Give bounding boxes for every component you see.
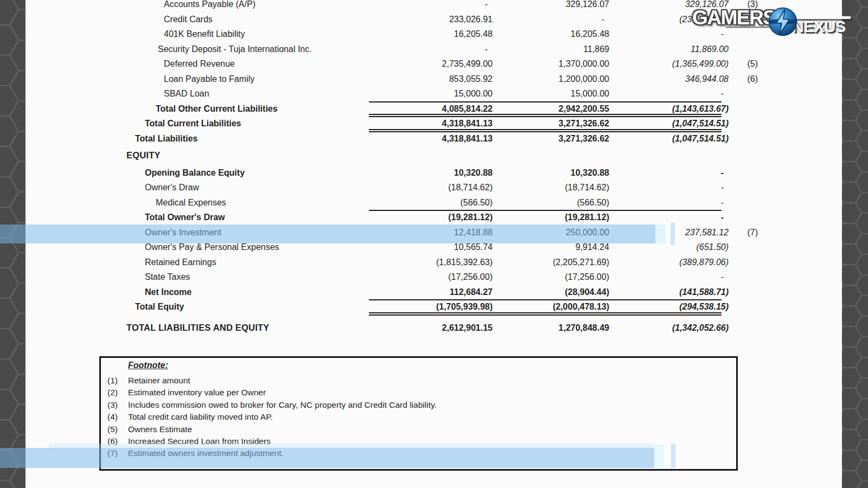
table-row: Owner's Draw(18,714.62)(18,714.62)- bbox=[25, 180, 842, 195]
footnote-item: (2)Estimated inventory value per Owner bbox=[101, 387, 698, 399]
amount-column-3: 11,869.00 bbox=[610, 42, 729, 57]
footnote-text: Owners Estimate bbox=[128, 423, 192, 435]
row-label: Accounts Payable (A/P) bbox=[164, 0, 256, 12]
footnote-item: (5)Owners Estimate bbox=[101, 423, 698, 435]
table-row: Loan Payable to Family853,055.921,200,00… bbox=[25, 72, 842, 87]
row-label: State Taxes bbox=[145, 269, 190, 285]
amount-column-1: - bbox=[369, 42, 493, 57]
amount-column-2: (28,904.44) bbox=[494, 285, 609, 300]
amount-column-2: (18,714.62) bbox=[494, 180, 609, 195]
amount-column-1: 853,055.92 bbox=[369, 72, 493, 87]
amount-column-2: 1,370,000.00 bbox=[494, 56, 609, 72]
footnote-number: (3) bbox=[107, 399, 118, 411]
table-row: Opening Balance Equity10,320.8810,320.88… bbox=[25, 165, 842, 181]
row-label: Loan Payable to Family bbox=[164, 72, 254, 87]
footnote-box: Footnote: (1)Retainer amount(2)Estimated… bbox=[99, 356, 738, 471]
amount-column-1: 10,565.74 bbox=[369, 240, 493, 255]
amount-column-2: 3,271,326.62 bbox=[494, 131, 609, 146]
footnote-item: (3)Includes commission owed to broker fo… bbox=[101, 399, 698, 411]
amount-column-1: - bbox=[369, 0, 493, 12]
table-row: Security Deposit - Tuja International In… bbox=[25, 42, 842, 57]
amount-column-2: 329,126.07 bbox=[494, 0, 609, 12]
amount-column-1: (1,815,392.63) bbox=[369, 255, 493, 270]
amount-column-3: 346,944.08 bbox=[610, 72, 729, 87]
amount-column-2: (566.50) bbox=[494, 195, 609, 210]
amount-column-2: 10,320.88 bbox=[494, 165, 609, 181]
amount-column-2: (19,281.12) bbox=[494, 210, 609, 225]
footnote-item: (1)Retainer amount bbox=[101, 375, 698, 387]
amount-column-2: 15,000.00 bbox=[494, 86, 609, 101]
footnote-ref: (7) bbox=[730, 225, 758, 240]
table-row: TOTAL LIABILITIES AND EQUITY2,612,901.15… bbox=[25, 320, 842, 336]
row-label: TOTAL LIABILITIES AND EQUITY bbox=[126, 320, 270, 336]
row-label: Medical Expenses bbox=[156, 195, 226, 210]
table-row: State Taxes(17,256.00)(17,256.00)- bbox=[25, 269, 842, 285]
row-label: Credit Cards bbox=[164, 12, 213, 27]
footnote-number: (2) bbox=[107, 387, 118, 399]
amount-column-1: (1,705,939.98) bbox=[369, 299, 493, 314]
row-label: Opening Balance Equity bbox=[145, 165, 245, 181]
amount-column-1: (566.50) bbox=[369, 195, 493, 210]
amount-column-3: - bbox=[610, 195, 729, 210]
amount-column-3: - bbox=[610, 269, 729, 285]
logo-text-gamers: GAMERS bbox=[692, 7, 775, 29]
row-label: EQUITY bbox=[126, 148, 161, 163]
amount-column-3: (389,879.06) bbox=[610, 255, 729, 270]
row-label: Net Income bbox=[145, 285, 192, 300]
amount-column-3: (1,365,499.00) bbox=[610, 56, 729, 72]
amount-column-3: (1,342,052.66) bbox=[610, 320, 729, 336]
amount-column-1: (19,281.12) bbox=[369, 210, 493, 225]
amount-column-2: 1,270,848.49 bbox=[494, 320, 609, 336]
footnote-ref: (5) bbox=[730, 56, 758, 72]
amount-column-2: (2,000,478.13) bbox=[494, 299, 609, 314]
table-row: EQUITY bbox=[25, 148, 842, 163]
row-label: Retained Earnings bbox=[145, 255, 216, 270]
table-row: Total Owner's Draw(19,281.12)(19,281.12)… bbox=[25, 210, 842, 225]
footnote-text: Estimated inventory value per Owner bbox=[128, 387, 266, 399]
row-label: Deferred Revenue bbox=[164, 56, 235, 72]
row-label: Total Current Liabilities bbox=[145, 116, 241, 131]
row-label: Owner's Investment bbox=[145, 225, 221, 240]
table-row: Owner's Investment12,418.88250,000.00237… bbox=[25, 225, 842, 240]
amount-column-3: - bbox=[610, 180, 729, 195]
amount-column-2: (17,256.00) bbox=[494, 269, 609, 285]
row-label: Total Equity bbox=[135, 299, 184, 314]
amount-column-1: 10,320.88 bbox=[369, 165, 493, 181]
hexagon-background-left bbox=[0, 0, 25, 488]
row-label: Owner's Draw bbox=[145, 180, 199, 195]
footnote-number: (6) bbox=[107, 435, 118, 447]
gamersnexus-logo: GAMERS NEXUS bbox=[690, 5, 864, 40]
amount-column-3: - bbox=[610, 210, 729, 225]
footnote-text: Estimated owners investment adjustment. bbox=[128, 447, 284, 459]
amount-column-2: 2,942,200.55 bbox=[494, 101, 609, 117]
hexagon-background-right bbox=[842, 0, 868, 488]
amount-column-2: 250,000.00 bbox=[494, 225, 609, 240]
amount-column-2: - bbox=[494, 12, 609, 27]
footnote-number: (1) bbox=[107, 375, 118, 387]
amount-column-3: (294,538.15) bbox=[610, 299, 729, 314]
amount-column-3: - bbox=[610, 165, 729, 181]
amount-column-1: 4,318,841.13 bbox=[369, 116, 493, 131]
footnote-number: (7) bbox=[107, 447, 118, 459]
row-label: SBAD Loan bbox=[164, 86, 209, 101]
row-label: Total Other Current Liabilities bbox=[156, 101, 278, 117]
logo-text-nexus: NEXUS bbox=[792, 17, 845, 36]
amount-column-1: 4,085,814.22 bbox=[369, 101, 493, 117]
amount-column-2: 1,200,000.00 bbox=[494, 72, 609, 87]
amount-column-3: (141,588.71) bbox=[610, 285, 729, 300]
amount-column-1: 16,205.48 bbox=[369, 27, 493, 42]
amount-column-1: 12,418.88 bbox=[369, 225, 493, 240]
amount-column-3: (651.50) bbox=[610, 240, 729, 255]
amount-column-3: - bbox=[610, 86, 729, 101]
table-row: Net Income112,684.27(28,904.44)(141,588.… bbox=[25, 285, 842, 300]
amount-column-1: (18,714.62) bbox=[369, 180, 493, 195]
footnote-text: Total credit card liability moved into A… bbox=[128, 411, 273, 423]
row-label: Total Owner's Draw bbox=[145, 210, 225, 225]
balance-sheet-table: Accounts Payable (A/P)-329,126.07329,126… bbox=[25, 0, 842, 335]
amount-column-2: 9,914.24 bbox=[494, 240, 609, 255]
amount-column-1: 2,612,901.15 bbox=[369, 320, 493, 336]
lightning-bolt-globe-icon bbox=[768, 7, 797, 36]
row-label: Owner's Pay & Personal Expenses bbox=[145, 240, 279, 255]
amount-column-1: 233,026.91 bbox=[369, 12, 493, 27]
footnote-number: (5) bbox=[107, 423, 118, 435]
